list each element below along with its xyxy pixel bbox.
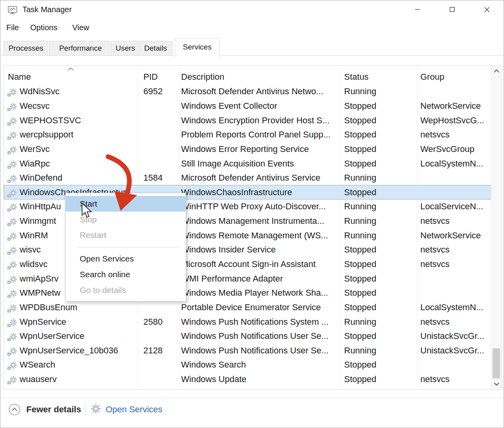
table-row[interactable]: WEPHOSTSVCWindows Encryption Provider Ho… — [4, 113, 491, 128]
status-text: Stopped — [344, 115, 376, 125]
table-row[interactable]: WpnUserService_10b0362128Windows Push No… — [4, 344, 491, 358]
cell-status: Stopped — [341, 130, 417, 140]
cell-pid: 1584 — [137, 173, 180, 183]
cell-status: Stopped — [341, 115, 417, 126]
context-menu-item-restart[interactable]: Restart — [66, 227, 186, 243]
cell-name: WpnUserService_10b036 — [4, 346, 137, 356]
context-menu-separator — [77, 247, 180, 247]
column-header-name[interactable]: Name — [4, 72, 137, 82]
table-row[interactable]: wuauservWindows UpdateStoppednetsvcs — [4, 372, 491, 387]
name-text: WMPNetw — [20, 288, 60, 298]
column-header-pid[interactable]: PID — [137, 72, 180, 82]
service-gear-icon — [7, 174, 19, 183]
table-row[interactable]: WinDefend1584Microsoft Defender Antiviru… — [4, 171, 491, 185]
service-gear-icon — [7, 232, 19, 241]
context-menu-item-open-services[interactable]: Open Services — [66, 251, 186, 267]
menubar-item-options[interactable]: Options — [30, 23, 57, 32]
scrollbar-up-button[interactable] — [491, 66, 501, 77]
status-text: Running — [344, 230, 376, 240]
table-row[interactable]: WSearchWindows SearchStopped — [4, 358, 491, 372]
cell-pid: 6952 — [137, 86, 180, 97]
service-gear-icon — [7, 332, 19, 341]
pid-text: 2128 — [143, 346, 163, 355]
table-row[interactable]: WpnService2580Windows Push Notifications… — [4, 315, 491, 329]
table-row[interactable]: WecsvcWindows Event CollectorStoppedNetw… — [4, 99, 491, 113]
description-text: Portable Device Enumerator Service — [181, 302, 321, 312]
service-gear-icon — [7, 160, 19, 169]
scrollbar-thumb[interactable] — [493, 348, 500, 379]
table-row[interactable]: WdNisSvc6952Microsoft Defender Antivirus… — [4, 84, 491, 99]
group-text: LocalServiceN... — [420, 201, 483, 211]
cell-description: WindowsChaosInfrastructure — [180, 187, 341, 198]
column-header-status[interactable]: Status — [341, 72, 417, 82]
status-text: Stopped — [344, 159, 376, 168]
context-menu-item-go-to-details[interactable]: Go to details — [66, 282, 186, 298]
service-gear-icon — [7, 145, 19, 154]
table-row[interactable]: WPDBusEnumPortable Device Enumerator Ser… — [4, 300, 491, 315]
status-text: Stopped — [344, 360, 376, 369]
cell-group: UnistackSvcGr... — [417, 331, 492, 341]
description-text: Still Image Acquisition Events — [181, 159, 294, 168]
group-text: WerSvcGroup — [420, 144, 475, 154]
status-text: Running — [344, 216, 376, 226]
table-row[interactable]: wercplsupportProblem Reports Control Pan… — [4, 128, 491, 142]
cell-description: Windows Event Collector — [180, 101, 341, 111]
tab-services[interactable]: Services — [175, 38, 220, 58]
description-text: Microsoft Account Sign-in Assistant — [181, 259, 315, 269]
context-menu-item-stop[interactable]: Stop — [66, 212, 186, 227]
chevron-down-icon — [493, 382, 500, 386]
table-row[interactable]: WpnUserServiceWindows Push Notifications… — [4, 329, 491, 344]
footer-bar: Fewer details Open Services — [0, 398, 504, 428]
status-text: Stopped — [344, 144, 376, 154]
tab-strip: ProcessesPerformanceUsersDetailsServices — [0, 38, 504, 59]
cell-status: Stopped — [341, 288, 417, 298]
cell-description: Windows Management Instrumenta... — [180, 216, 341, 226]
tab-performance[interactable]: Performance — [49, 41, 112, 56]
cell-status: Stopped — [341, 159, 417, 169]
name-text: WinDefend — [20, 173, 62, 183]
group-text: UnistackSvcGr... — [420, 331, 484, 341]
menubar-item-view[interactable]: View — [72, 23, 89, 32]
cell-group: LocalSystemN... — [417, 159, 492, 169]
name-text: wuauserv — [20, 374, 57, 384]
menubar-item-file[interactable]: File — [6, 23, 19, 32]
fewer-details-button[interactable]: Fewer details — [8, 403, 81, 416]
scrollbar-down-button[interactable] — [491, 379, 501, 390]
vertical-scrollbar[interactable] — [491, 66, 501, 390]
cell-group: LocalSystemN... — [417, 302, 492, 313]
name-text: WpnService — [20, 317, 66, 327]
group-text: NetworkService — [420, 230, 481, 240]
name-text: WiaRpc — [20, 159, 50, 168]
group-text: netsvcs — [420, 374, 450, 384]
context-menu-item-search-online[interactable]: Search online — [66, 267, 186, 282]
status-text: Stopped — [344, 187, 376, 197]
cell-status: Stopped — [341, 187, 417, 198]
close-button[interactable] — [474, 0, 499, 18]
open-services-label: Open Services — [106, 404, 162, 415]
services-gear-icon — [91, 404, 101, 415]
context-menu-item-start[interactable]: Start — [66, 196, 186, 212]
open-services-link[interactable]: Open Services — [91, 403, 162, 416]
status-text: Stopped — [344, 130, 376, 139]
table-row[interactable]: WerSvcWindows Error Reporting ServiceSto… — [4, 142, 491, 157]
cell-name: WinDefend — [4, 173, 137, 183]
minimize-button[interactable] — [405, 0, 430, 18]
tab-processes[interactable]: Processes — [4, 41, 48, 56]
cell-description: Microsoft Defender Antivirus Service — [180, 173, 341, 183]
service-gear-icon — [7, 260, 19, 269]
cell-status: Running — [341, 346, 417, 356]
description-text: Windows Push Notifications User Se... — [181, 346, 328, 355]
status-text: Stopped — [344, 274, 376, 284]
table-row[interactable]: WiaRpcStill Image Acquisition EventsStop… — [4, 156, 491, 171]
column-header-description[interactable]: Description — [180, 72, 341, 82]
tab-users[interactable]: Users — [113, 41, 138, 56]
maximize-button[interactable] — [440, 0, 465, 18]
service-gear-icon — [7, 304, 19, 313]
sort-ascending-icon — [67, 67, 75, 71]
status-text: Running — [344, 346, 376, 355]
name-text: WpnUserService_10b036 — [20, 346, 118, 355]
column-header-group[interactable]: Group — [417, 72, 492, 82]
pid-text: 2580 — [143, 317, 163, 327]
cell-group: netsvcs — [417, 259, 492, 269]
tab-details[interactable]: Details — [139, 41, 172, 56]
